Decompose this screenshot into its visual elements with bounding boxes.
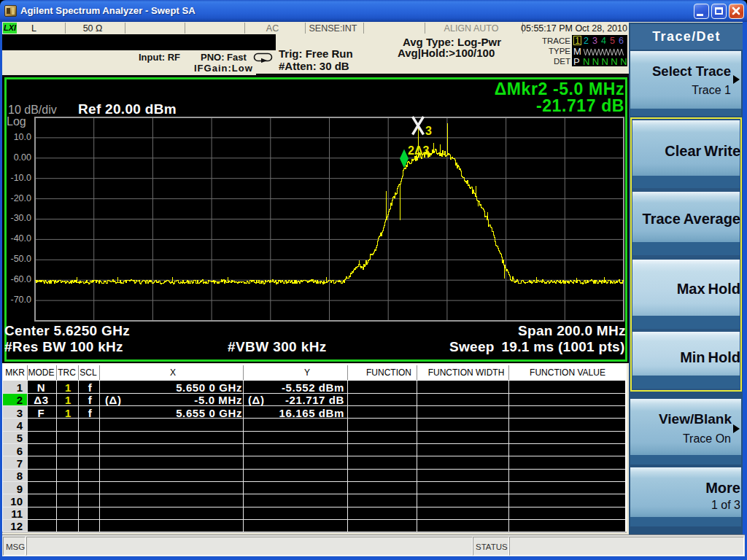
svg-text:3: 3 — [425, 125, 432, 137]
svg-text:2Δ3: 2Δ3 — [408, 144, 429, 157]
